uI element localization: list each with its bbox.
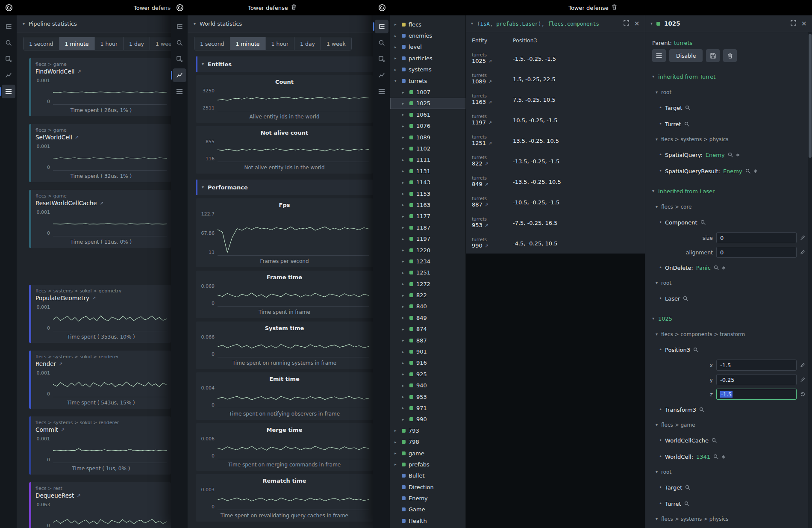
expand-icon[interactable]: ▸ [394,56,397,60]
search-icon[interactable] [683,296,688,301]
tree-arrow[interactable]: ▸ [402,395,406,399]
query-expression[interactable]: (IsA, prefabs.Laser), flecs.components [477,21,620,27]
close-panel-icon[interactable]: × [801,20,807,27]
query-result-row[interactable]: turrets 1163 ↗ 7.5, -0.25, 10.5 [466,89,645,110]
tree-item[interactable]: ▸ prefabs [390,459,465,470]
value-input[interactable]: -1.5 [716,389,797,400]
tree-arrow[interactable]: ▸ [402,259,406,263]
query-result-row[interactable]: turrets 1251 ↗ 13.5, -0.25, 10.5 [466,130,645,151]
tree-arrow[interactable]: ▸ [402,90,406,94]
tree-arrow[interactable]: ▸ [402,112,406,117]
tree-view-icon[interactable] [173,20,186,33]
tree-item[interactable]: ▸ 971 [390,402,465,413]
search-icon[interactable] [685,105,690,110]
search-icon[interactable] [713,454,718,459]
open-link-icon[interactable]: ↗ [485,161,488,167]
query-result-row[interactable]: turrets 1089 ↗ 1.5, -0.25, 22.5 [466,69,645,89]
expand-icon[interactable]: ▸ [402,101,404,106]
tree-arrow[interactable]: ▸ [402,372,406,376]
open-link-icon[interactable]: ↗ [61,427,65,433]
expand-icon[interactable]: ▸ [402,180,404,185]
time-range-button[interactable]: 1 hour [95,37,124,50]
tree-arrow[interactable]: ▸ [402,304,406,309]
open-link-icon[interactable]: ↗ [488,141,492,147]
expand-icon[interactable]: ▸ [402,327,404,331]
save-button[interactable] [706,49,720,62]
section-header[interactable]: ▾ Entities [196,56,373,72]
tree-view-icon[interactable] [375,20,388,33]
search-icon[interactable] [700,220,706,225]
tree-item[interactable]: ▸ 990 [390,414,465,425]
value-input[interactable]: 0 [716,232,797,243]
expand-icon[interactable]: ▸ [402,225,404,230]
open-link-icon[interactable]: ↗ [485,202,488,208]
collapse-chevron-icon[interactable]: ▾ [650,21,653,26]
group-path-header[interactable]: ▾ flecs > components > transform [652,327,808,342]
pipeline-panel-header[interactable]: ▾ Pipeline statistics [17,15,171,32]
close-panel-icon[interactable]: × [634,20,640,27]
tree-item[interactable]: ▸ 1251 [390,267,465,278]
pair-icon[interactable] [736,153,740,157]
tree-arrow[interactable]: ▸ [402,158,406,162]
group-path-header[interactable]: ▾ flecs > systems > physics [652,512,808,526]
tree-item[interactable]: ▸ 901 [390,346,465,357]
tree-arrow[interactable]: ▸ [402,271,406,275]
tree-item[interactable]: ▸ 1111 [390,154,465,165]
tree-arrow[interactable]: ▸ [394,440,399,444]
tree-arrow[interactable]: ▸ [402,406,406,410]
expand-icon[interactable]: ▸ [402,316,404,320]
tree-item[interactable]: ▸ 916 [390,357,465,369]
time-range-button[interactable]: 1 minute [230,37,266,50]
expand-icon[interactable]: ▸ [394,462,397,466]
component-row[interactable]: • Target [652,100,808,116]
chart-icon[interactable] [173,68,186,82]
search-icon[interactable] [745,168,750,174]
group-path-header[interactable]: ▾ root [652,465,808,479]
query-result-row[interactable]: turrets 990 ↗ -4.5, -0.25, 10.5 [466,233,645,254]
tree-arrow[interactable]: ▾ [394,79,399,83]
tree-view-icon[interactable] [2,20,15,33]
open-link-icon[interactable]: ↗ [488,59,492,65]
tree-item[interactable]: ▸ 1220 [390,245,465,256]
tree-arrow[interactable]: ▸ [402,146,406,150]
tree-item[interactable]: Direction [390,481,465,493]
component-row[interactable]: • Position3 [652,342,808,358]
expand-icon[interactable]: ▸ [402,146,404,150]
tree-item[interactable]: Bullet [390,470,465,481]
tree-arrow[interactable]: ▸ [402,225,406,230]
tree-item[interactable]: ▸ flecs [390,19,465,30]
tree-item[interactable]: ▸ 1025 [390,98,465,109]
tree-arrow[interactable]: ▸ [402,361,406,365]
open-link-icon[interactable]: ↗ [488,120,492,126]
tree-item[interactable]: ▸ game [390,448,465,459]
query-result-row[interactable]: turrets 953 ↗ -7.5, -0.25, 16.5 [466,212,645,233]
search-icon[interactable] [173,36,186,50]
inspect-icon[interactable] [173,52,186,66]
expand-panel-icon[interactable] [791,20,796,27]
inspect-icon[interactable] [2,52,15,66]
component-row[interactable]: • Transform3 [652,401,808,418]
section-header[interactable]: ▾ inherited from Turret [652,68,808,85]
open-link-icon[interactable]: ↗ [77,69,81,74]
tree-arrow[interactable]: ▸ [394,68,399,72]
value-input[interactable]: -0.25 [716,374,797,385]
tree-arrow[interactable]: ▸ [402,248,406,252]
tree-item[interactable]: ▸ 1197 [390,233,465,244]
tree-item[interactable]: ▸ 1076 [390,121,465,132]
expand-icon[interactable]: ▸ [402,350,404,354]
edit-icon[interactable] [800,363,805,368]
pair-icon[interactable] [753,169,757,173]
component-list-button[interactable] [652,49,666,62]
tree-arrow[interactable]: ▸ [402,417,406,422]
component-row[interactable]: • Component [652,214,808,230]
open-link-icon[interactable]: ↗ [59,361,62,367]
expand-icon[interactable]: ▸ [402,361,404,365]
component-target-link[interactable]: Enemy [706,152,725,158]
tree-arrow[interactable]: ▸ [394,34,399,38]
expand-icon[interactable]: ▸ [394,68,397,72]
stats-icon[interactable] [2,85,15,98]
open-link-icon[interactable]: ↗ [92,295,96,301]
open-link-icon[interactable]: ↗ [75,135,79,140]
tree-item[interactable]: ▸ 1177 [390,211,465,222]
time-range-button[interactable]: 1 second [24,37,59,50]
